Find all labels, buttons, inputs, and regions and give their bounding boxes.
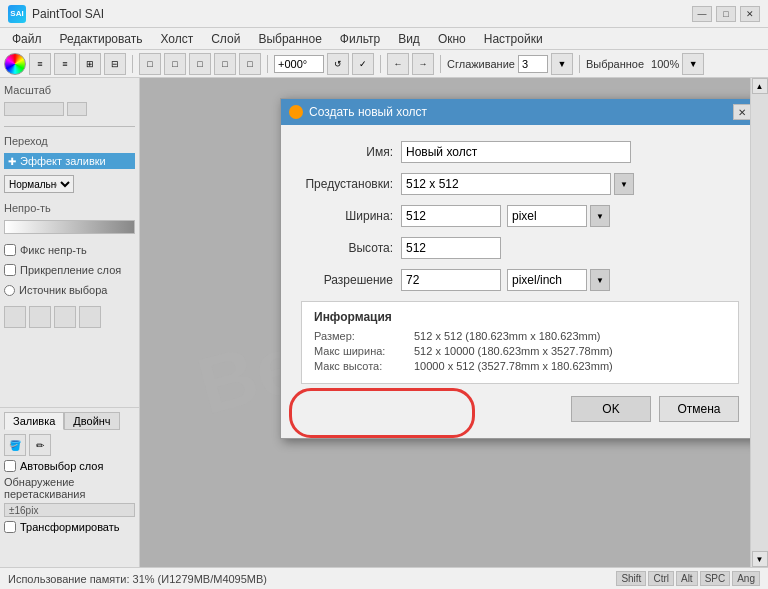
smoothing-input[interactable] [518,55,548,73]
auto-select-row: Автовыбор слоя [4,460,135,472]
presets-dropdown-arrow[interactable]: ▼ [614,173,634,195]
height-input[interactable] [401,237,501,259]
dialog-title: Создать новый холст [309,105,427,119]
tool-icon-1[interactable] [4,306,26,328]
selection-source-row: Источник выбора [4,284,135,296]
memory-text: Использование памяти: 31% (И1279MB/M4095… [8,573,267,585]
zoom-dropdown[interactable]: ▼ [682,53,704,75]
dialog-body: Имя: Предустановки: ▼ Ширина: [281,125,750,438]
toolbar-btn-9[interactable]: □ [239,53,261,75]
color-wheel[interactable] [4,53,26,75]
width-unit-input[interactable] [507,205,587,227]
opacity-slider[interactable] [4,220,135,234]
menu-edit[interactable]: Редактировать [52,30,151,48]
scroll-up[interactable]: ▲ [752,78,768,94]
rotation-apply[interactable]: ✓ [352,53,374,75]
menu-window[interactable]: Окно [430,30,474,48]
maximize-button[interactable]: □ [716,6,736,22]
close-button[interactable]: ✕ [740,6,760,22]
bottom-panel: Заливка Двойнч 🪣 ✏ Автовыбор слоя Обнару… [0,407,140,567]
effect-header: ✚ Эффект заливки [4,153,135,169]
tool-icon-2[interactable] [29,306,51,328]
attach-layer-checkbox[interactable] [4,264,16,276]
attach-layer-row: Прикрепление слоя [4,264,135,276]
toolbar-btn-5[interactable]: □ [139,53,161,75]
key-ang: Ang [732,571,760,586]
fix-opacity-label: Фикс непр-ть [20,244,87,256]
blend-mode-select[interactable]: Нормально [4,175,74,193]
toolbar-btn-3[interactable]: ⊞ [79,53,101,75]
title-bar: SAI PaintTool SAI — □ ✕ [0,0,768,28]
right-scrollbar: ▲ ▼ [750,78,768,567]
dialog-buttons: OK Отмена [301,396,739,422]
resolution-input[interactable] [401,269,501,291]
presets-label: Предустановки: [301,177,401,191]
toolbar-btn-6[interactable]: □ [164,53,186,75]
width-unit-arrow[interactable]: ▼ [590,205,610,227]
toolbar-separator-3 [380,55,381,73]
width-input[interactable] [401,205,501,227]
menu-layer[interactable]: Слой [203,30,248,48]
tab-fill[interactable]: Заливка [4,412,64,430]
nav-left[interactable]: ← [387,53,409,75]
main-toolbar: ≡ ≡ ⊞ ⊟ □ □ □ □ □ ↺ ✓ ← → Сглаживание ▼ … [0,50,768,78]
size-row: Размер: 512 x 512 (180.623mm x 180.623mm… [314,330,726,342]
tool-bucket[interactable]: 🪣 [4,434,26,456]
tab-row: Заливка Двойнч [4,412,135,430]
canvas-area: BestSAI Club Создать новый холст ✕ Имя: … [140,78,750,567]
resolution-label: Разрешение [301,273,401,287]
tab-double[interactable]: Двойнч [64,412,119,430]
detect-bar: ±16pix [4,503,135,517]
selection-source-radio[interactable] [4,285,15,296]
detect-label: Обнаружение перетаскивания [4,476,135,500]
toolbar-btn-2[interactable]: ≡ [54,53,76,75]
menu-view[interactable]: Вид [390,30,428,48]
toolbar-btn-4[interactable]: ⊟ [104,53,126,75]
resolution-unit-arrow[interactable]: ▼ [590,269,610,291]
scale-label: Масштаб [4,82,135,98]
toolbar-btn-1[interactable]: ≡ [29,53,51,75]
menu-settings[interactable]: Настройки [476,30,551,48]
cancel-button[interactable]: Отмена [659,396,739,422]
max-width-row: Макс ширина: 512 x 10000 (180.623mm x 35… [314,345,726,357]
toolbar-btn-8[interactable]: □ [214,53,236,75]
window-controls: — □ ✕ [692,6,760,22]
status-bar: Использование памяти: 31% (И1279MB/M4095… [0,567,768,589]
minimize-button[interactable]: — [692,6,712,22]
ok-button[interactable]: OK [571,396,651,422]
auto-select-checkbox[interactable] [4,460,16,472]
max-height-value: 10000 x 512 (3527.78mm x 180.623mm) [414,360,613,372]
width-label: Ширина: [301,209,401,223]
smoothing-label: Сглаживание [447,58,515,70]
name-input[interactable] [401,141,631,163]
scroll-down[interactable]: ▼ [752,551,768,567]
mode-row: Нормально [4,175,135,193]
transform-row: Трансформировать [4,521,135,533]
tool-icon-4[interactable] [79,306,101,328]
menu-filter[interactable]: Фильтр [332,30,388,48]
zoom-value: 100% [651,58,679,70]
nav-right[interactable]: → [412,53,434,75]
size-value: 512 x 512 (180.623mm x 180.623mm) [414,330,601,342]
presets-input[interactable] [401,173,611,195]
tool-pencil[interactable]: ✏ [29,434,51,456]
fix-opacity-checkbox[interactable] [4,244,16,256]
smoothing-dropdown[interactable]: ▼ [551,53,573,75]
status-keys: Shift Ctrl Alt SPC Ang [616,571,760,586]
toolbar-btn-7[interactable]: □ [189,53,211,75]
rotation-reset[interactable]: ↺ [327,53,349,75]
key-shift: Shift [616,571,646,586]
menu-selected[interactable]: Выбранное [250,30,329,48]
toolbar-separator-5 [579,55,580,73]
dialog-close-button[interactable]: ✕ [733,104,750,120]
tool-icon-3[interactable] [54,306,76,328]
menu-canvas[interactable]: Холст [152,30,201,48]
menu-file[interactable]: Файл [4,30,50,48]
scale-input [67,102,87,116]
dialog-icon [289,105,303,119]
info-title: Информация [314,310,726,324]
opacity-label: Непро-ть [4,200,135,216]
rotation-input[interactable] [274,55,324,73]
resolution-unit-input[interactable] [507,269,587,291]
transform-checkbox[interactable] [4,521,16,533]
